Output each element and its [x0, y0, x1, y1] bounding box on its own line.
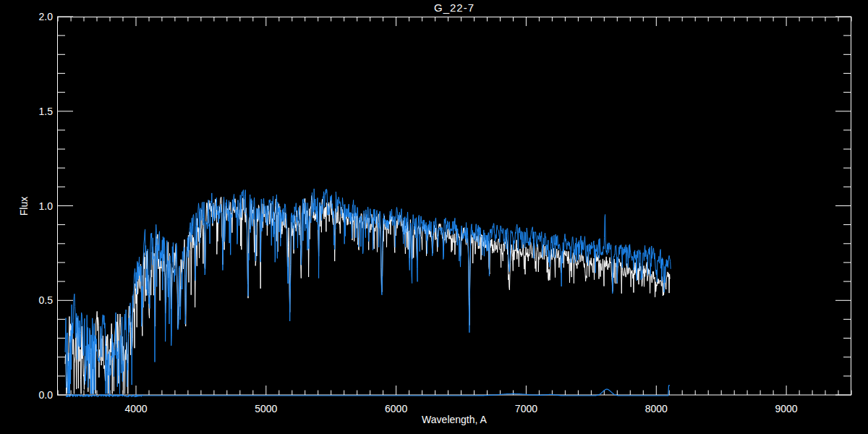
x-tick-label: 6000 — [385, 404, 407, 414]
chart-title: G_22-7 — [434, 3, 475, 13]
x-tick-label: 8000 — [645, 404, 668, 414]
plot-window: G_22-7 Wavelength, A Flux 40005000600070… — [0, 0, 868, 434]
x-tick-label: 4000 — [124, 404, 147, 414]
y-tick-label: 2.0 — [39, 12, 53, 22]
spectrum-plot-canvas — [0, 0, 868, 434]
y-axis-label: Flux — [19, 196, 29, 215]
y-tick-label: 1.0 — [39, 201, 53, 211]
plot-background — [0, 0, 868, 434]
x-axis-label: Wavelength, A — [422, 414, 487, 425]
x-tick-label: 5000 — [255, 404, 277, 414]
x-tick-label: 7000 — [515, 404, 537, 414]
y-tick-label: 0.5 — [39, 295, 53, 305]
x-tick-label: 9000 — [775, 404, 798, 414]
y-tick-label: 0.0 — [39, 390, 53, 400]
y-tick-label: 1.5 — [39, 106, 53, 116]
